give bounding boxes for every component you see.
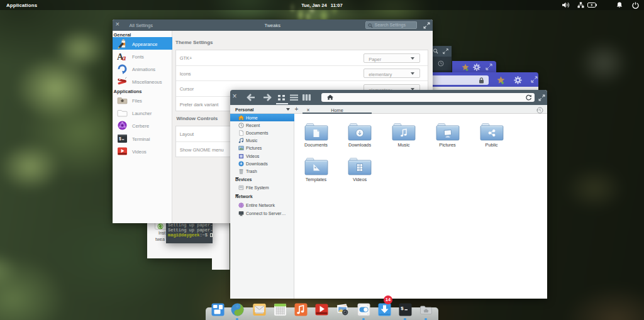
svg-text:$: $ [119,136,121,141]
svg-text:$: $ [401,306,404,311]
svg-text:a: a [122,53,126,62]
